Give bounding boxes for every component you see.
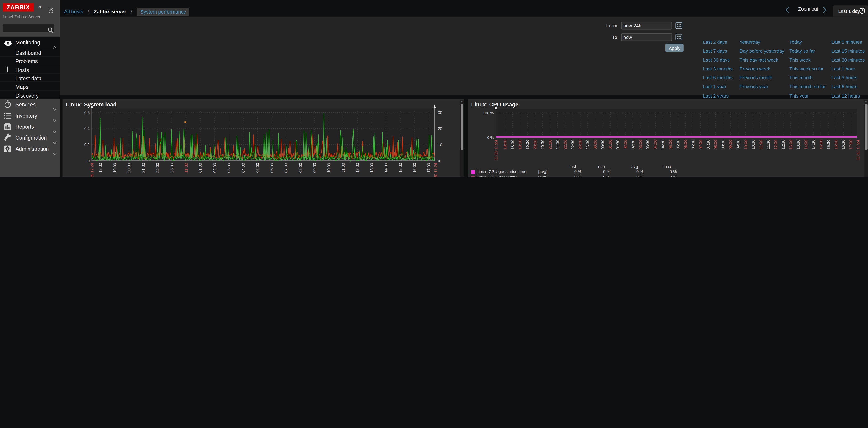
svg-text:07:00: 07:00 — [284, 163, 288, 173]
svg-text:11-30 17:24: 11-30 17:24 — [856, 140, 860, 160]
sidebar-item-label: Reports — [16, 123, 34, 130]
svg-text:03:30: 03:30 — [646, 140, 650, 149]
quick-range-link[interactable]: Last 3 months — [703, 64, 733, 74]
chevron-right-icon[interactable] — [823, 5, 827, 16]
chevron-left-icon[interactable] — [785, 5, 789, 16]
time-range-tab[interactable]: Last 1 day — [833, 5, 868, 17]
svg-text:21:00: 21:00 — [141, 163, 146, 173]
quick-range-link[interactable]: This week so far — [789, 64, 826, 74]
quick-range-link[interactable]: Last 6 hours — [831, 82, 865, 91]
sidebar-item-administration[interactable]: Administration — [0, 143, 60, 154]
quick-range-link[interactable]: Today so far — [789, 47, 826, 56]
quick-range-link[interactable]: Last 3 hours — [831, 74, 865, 82]
breadcrumb-current[interactable]: System performance — [137, 7, 190, 16]
search-input[interactable] — [3, 24, 54, 32]
quick-range-link[interactable]: Day before yesterday — [740, 47, 784, 56]
quick-range-link[interactable]: Today — [789, 38, 826, 47]
sidebar-item-monitoring[interactable]: Monitoring — [0, 37, 60, 48]
svg-text:15:30: 15:30 — [826, 140, 831, 149]
svg-text:21:30: 21:30 — [556, 140, 560, 149]
list-icon — [4, 111, 12, 121]
breadcrumb-host: Zabbix server — [94, 9, 126, 15]
svg-text:23:00: 23:00 — [170, 163, 174, 173]
svg-text:22:00: 22:00 — [155, 163, 160, 173]
svg-text:11-29 17:24: 11-29 17:24 — [494, 140, 498, 160]
gear-icon — [4, 145, 11, 155]
from-input[interactable] — [621, 21, 672, 29]
load-graph[interactable]: 0.6300.4200.2100018:0019:0020:0021:0022:… — [63, 99, 464, 177]
quick-range-link[interactable]: Previous week — [740, 64, 784, 74]
quick-range-link[interactable]: Last 30 days — [703, 56, 733, 64]
sidebar-item-hosts[interactable]: Hosts — [0, 64, 60, 74]
sidebar-item-discovery[interactable]: Discovery — [0, 90, 60, 99]
zabbix-logo[interactable]: ZABBIX — [3, 3, 34, 12]
svg-text:05:00: 05:00 — [255, 163, 260, 173]
sidebar-collapse-icon[interactable]: « — [38, 3, 42, 10]
svg-text:06:00: 06:00 — [683, 140, 688, 149]
zoom-out-button[interactable]: Zoom out — [798, 6, 818, 12]
svg-text:12:00: 12:00 — [355, 163, 360, 173]
from-label: From — [601, 23, 617, 28]
sidebar-item-configuration[interactable]: Configuration — [0, 132, 60, 143]
svg-text:17:00: 17:00 — [849, 140, 853, 149]
quick-range-link[interactable]: Previous month — [740, 74, 784, 82]
svg-text:17:00: 17:00 — [427, 163, 431, 173]
svg-text:14:30: 14:30 — [811, 140, 816, 149]
sidebar-item-dashboard[interactable]: Dashboard — [0, 48, 60, 57]
quick-range-link[interactable]: Last 1 year — [703, 82, 733, 91]
svg-text:20:30: 20:30 — [540, 140, 545, 149]
svg-text:01:30: 01:30 — [616, 140, 620, 149]
breadcrumb-separator: / — [131, 9, 132, 15]
quick-range-link[interactable]: Last 30 minutes — [831, 56, 865, 64]
to-input[interactable] — [621, 33, 672, 41]
svg-text:20:00: 20:00 — [533, 140, 537, 149]
sidebar-item-services[interactable]: Services — [0, 98, 60, 110]
svg-text:05:00: 05:00 — [669, 140, 673, 149]
svg-text:08:30: 08:30 — [721, 140, 725, 149]
time-navigation: Zoom out — [785, 5, 835, 14]
svg-text:14:00: 14:00 — [384, 163, 388, 173]
svg-text:12:00: 12:00 — [774, 140, 778, 149]
sidebar-item-latest-data[interactable]: Latest data — [0, 73, 60, 82]
svg-text:02:00: 02:00 — [623, 140, 628, 149]
quick-range-link[interactable]: Last 5 minutes — [831, 38, 865, 47]
to-calendar-button[interactable] — [675, 33, 682, 40]
quick-range-link[interactable]: This year — [789, 91, 826, 100]
search-icon — [48, 25, 54, 35]
sidebar-item-maps[interactable]: Maps — [0, 82, 60, 91]
quick-range-link[interactable]: Yesterday — [740, 38, 784, 47]
quick-range-link[interactable]: This month — [789, 74, 826, 82]
svg-text:10: 10 — [438, 143, 442, 147]
svg-text:0: 0 — [438, 159, 440, 163]
quick-range-link[interactable]: This week — [789, 56, 826, 64]
from-calendar-button[interactable] — [675, 22, 682, 29]
quick-ranges-column: YesterdayDay before yesterdayThis day la… — [740, 38, 784, 91]
breadcrumb-all-hosts[interactable]: All hosts — [64, 9, 83, 15]
svg-text:08:00: 08:00 — [713, 140, 718, 149]
vertical-scrollbar[interactable]: ▲▼ — [864, 100, 868, 177]
quick-range-link[interactable]: Last 1 hour — [831, 64, 865, 74]
sidebar-item-reports[interactable]: Reports — [0, 121, 60, 132]
apply-button[interactable]: Apply — [665, 44, 684, 52]
quick-range-link[interactable]: Last 2 days — [703, 38, 733, 47]
quick-range-link[interactable]: Last 2 years — [703, 91, 733, 100]
sidebar-popout-icon[interactable] — [48, 5, 53, 15]
quick-range-link[interactable]: Last 7 days — [703, 47, 733, 56]
svg-text:0.6: 0.6 — [84, 111, 90, 115]
svg-text:11-30: 11-30 — [184, 163, 188, 173]
svg-text:09:00: 09:00 — [728, 140, 733, 149]
quick-range-link[interactable]: Last 12 hours — [831, 91, 865, 100]
svg-text:20: 20 — [438, 126, 442, 131]
quick-range-link[interactable]: This day last week — [740, 56, 784, 64]
svg-text:12:30: 12:30 — [781, 140, 785, 149]
sidebar-item-inventory[interactable]: Inventory — [0, 110, 60, 121]
quick-range-link[interactable]: This month so far — [789, 82, 826, 91]
sidebar-item-label: Administration — [16, 146, 49, 152]
quick-range-link[interactable]: Last 6 months — [703, 74, 733, 82]
svg-text:06:30: 06:30 — [691, 140, 695, 149]
zabbix-app: ZABBIX « Label-Zabbix-Server Monitoring … — [0, 0, 868, 177]
sidebar-item-problems[interactable]: Problems — [0, 56, 60, 65]
quick-range-link[interactable]: Previous year — [740, 82, 784, 91]
vertical-scrollbar[interactable]: ▲▼ — [460, 100, 464, 177]
quick-range-link[interactable]: Last 15 minutes — [831, 47, 865, 56]
